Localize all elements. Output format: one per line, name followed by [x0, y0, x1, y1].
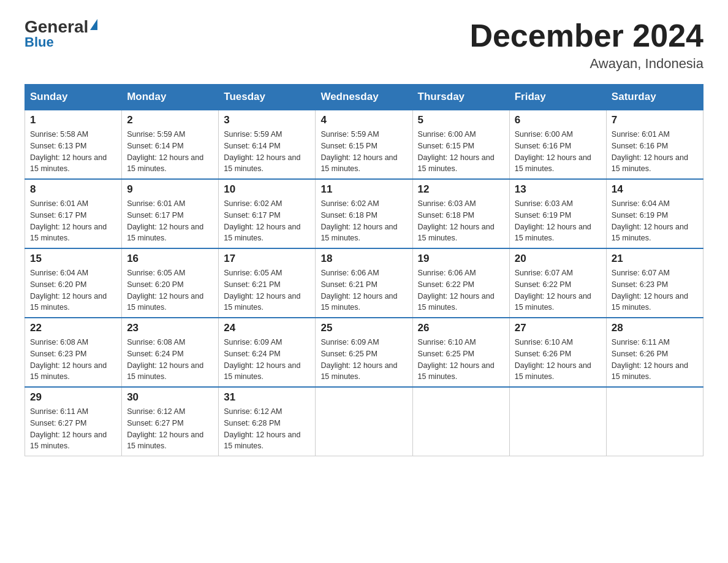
day-number: 31: [224, 391, 310, 404]
day-number: 3: [224, 114, 310, 126]
day-cell: 7Sunrise: 6:01 AMSunset: 6:16 PMDaylight…: [606, 110, 703, 179]
day-info: Sunrise: 6:10 AMSunset: 6:25 PMDaylight:…: [418, 337, 504, 383]
day-number: 11: [320, 183, 407, 196]
day-cell: [509, 387, 606, 456]
week-row-4: 22Sunrise: 6:08 AMSunset: 6:23 PMDayligh…: [25, 318, 703, 387]
day-info: Sunrise: 6:09 AMSunset: 6:25 PMDaylight:…: [320, 337, 407, 383]
day-cell: 6Sunrise: 6:00 AMSunset: 6:16 PMDaylight…: [509, 110, 606, 179]
day-number: 8: [30, 183, 116, 196]
day-info: Sunrise: 5:59 AMSunset: 6:15 PMDaylight:…: [320, 129, 407, 175]
day-number: 7: [612, 114, 698, 126]
day-number: 16: [127, 253, 213, 265]
day-number: 1: [30, 114, 116, 126]
day-cell: 15Sunrise: 6:04 AMSunset: 6:20 PMDayligh…: [25, 248, 122, 318]
day-header-wednesday: Wednesday: [316, 85, 412, 110]
day-info: Sunrise: 6:02 AMSunset: 6:18 PMDaylight:…: [320, 198, 407, 244]
day-cell: 25Sunrise: 6:09 AMSunset: 6:25 PMDayligh…: [316, 318, 412, 387]
logo: General Blue: [25, 18, 97, 50]
week-row-3: 15Sunrise: 6:04 AMSunset: 6:20 PMDayligh…: [25, 248, 703, 318]
day-info: Sunrise: 6:03 AMSunset: 6:19 PMDaylight:…: [515, 198, 601, 244]
logo-blue-text: Blue: [25, 34, 54, 50]
day-number: 23: [127, 322, 213, 334]
title-block: December 2024 Awayan, Indonesia: [469, 18, 703, 72]
day-cell: 26Sunrise: 6:10 AMSunset: 6:25 PMDayligh…: [412, 318, 509, 387]
location-text: Awayan, Indonesia: [469, 56, 703, 72]
day-cell: 2Sunrise: 5:59 AMSunset: 6:14 PMDaylight…: [122, 110, 219, 179]
day-number: 13: [515, 183, 601, 196]
day-cell: 30Sunrise: 6:12 AMSunset: 6:27 PMDayligh…: [122, 387, 219, 456]
day-cell: 28Sunrise: 6:11 AMSunset: 6:26 PMDayligh…: [606, 318, 703, 387]
day-header-monday: Monday: [122, 85, 219, 110]
day-cell: 18Sunrise: 6:06 AMSunset: 6:21 PMDayligh…: [316, 248, 412, 318]
day-info: Sunrise: 6:11 AMSunset: 6:27 PMDaylight:…: [30, 406, 116, 452]
day-number: 19: [418, 253, 504, 265]
day-number: 15: [30, 253, 116, 265]
day-info: Sunrise: 6:09 AMSunset: 6:24 PMDaylight:…: [224, 337, 310, 383]
logo-general-text: General: [25, 18, 88, 36]
day-info: Sunrise: 6:01 AMSunset: 6:16 PMDaylight:…: [612, 129, 698, 175]
day-number: 5: [418, 114, 504, 126]
day-cell: 10Sunrise: 6:02 AMSunset: 6:17 PMDayligh…: [219, 179, 316, 248]
day-number: 24: [224, 322, 310, 334]
day-number: 25: [320, 322, 407, 334]
day-number: 21: [612, 253, 698, 265]
day-info: Sunrise: 6:08 AMSunset: 6:24 PMDaylight:…: [127, 337, 213, 383]
day-cell: 14Sunrise: 6:04 AMSunset: 6:19 PMDayligh…: [606, 179, 703, 248]
day-info: Sunrise: 6:05 AMSunset: 6:21 PMDaylight:…: [224, 267, 310, 313]
day-info: Sunrise: 6:06 AMSunset: 6:21 PMDaylight:…: [320, 267, 407, 313]
day-header-sunday: Sunday: [25, 85, 122, 110]
day-number: 28: [612, 322, 698, 334]
day-cell: 29Sunrise: 6:11 AMSunset: 6:27 PMDayligh…: [25, 387, 122, 456]
day-info: Sunrise: 6:10 AMSunset: 6:26 PMDaylight:…: [515, 337, 601, 383]
day-number: 2: [127, 114, 213, 126]
page-header: General Blue December 2024 Awayan, Indon…: [25, 18, 703, 72]
day-info: Sunrise: 6:08 AMSunset: 6:23 PMDaylight:…: [30, 337, 116, 383]
day-cell: [412, 387, 509, 456]
day-cell: 4Sunrise: 5:59 AMSunset: 6:15 PMDaylight…: [316, 110, 412, 179]
day-cell: 8Sunrise: 6:01 AMSunset: 6:17 PMDaylight…: [25, 179, 122, 248]
day-number: 4: [320, 114, 407, 126]
day-number: 18: [320, 253, 407, 265]
day-number: 17: [224, 253, 310, 265]
day-number: 9: [127, 183, 213, 196]
day-cell: 1Sunrise: 5:58 AMSunset: 6:13 PMDaylight…: [25, 110, 122, 179]
day-cell: [316, 387, 412, 456]
day-info: Sunrise: 6:01 AMSunset: 6:17 PMDaylight:…: [127, 198, 213, 244]
day-info: Sunrise: 6:02 AMSunset: 6:17 PMDaylight:…: [224, 198, 310, 244]
day-info: Sunrise: 6:06 AMSunset: 6:22 PMDaylight:…: [418, 267, 504, 313]
day-number: 22: [30, 322, 116, 334]
day-cell: 31Sunrise: 6:12 AMSunset: 6:28 PMDayligh…: [219, 387, 316, 456]
day-cell: 5Sunrise: 6:00 AMSunset: 6:15 PMDaylight…: [412, 110, 509, 179]
week-row-2: 8Sunrise: 6:01 AMSunset: 6:17 PMDaylight…: [25, 179, 703, 248]
day-cell: [606, 387, 703, 456]
day-cell: 12Sunrise: 6:03 AMSunset: 6:18 PMDayligh…: [412, 179, 509, 248]
day-header-tuesday: Tuesday: [219, 85, 316, 110]
day-number: 30: [127, 391, 213, 404]
day-cell: 27Sunrise: 6:10 AMSunset: 6:26 PMDayligh…: [509, 318, 606, 387]
day-number: 12: [418, 183, 504, 196]
day-header-row: SundayMondayTuesdayWednesdayThursdayFrid…: [25, 85, 703, 110]
day-info: Sunrise: 6:04 AMSunset: 6:20 PMDaylight:…: [30, 267, 116, 313]
day-cell: 3Sunrise: 5:59 AMSunset: 6:14 PMDaylight…: [219, 110, 316, 179]
day-cell: 21Sunrise: 6:07 AMSunset: 6:23 PMDayligh…: [606, 248, 703, 318]
day-header-friday: Friday: [509, 85, 606, 110]
day-number: 14: [612, 183, 698, 196]
day-info: Sunrise: 5:59 AMSunset: 6:14 PMDaylight:…: [224, 129, 310, 175]
day-cell: 16Sunrise: 6:05 AMSunset: 6:20 PMDayligh…: [122, 248, 219, 318]
day-info: Sunrise: 6:00 AMSunset: 6:15 PMDaylight:…: [418, 129, 504, 175]
day-info: Sunrise: 6:03 AMSunset: 6:18 PMDaylight:…: [418, 198, 504, 244]
week-row-1: 1Sunrise: 5:58 AMSunset: 6:13 PMDaylight…: [25, 110, 703, 179]
day-info: Sunrise: 6:05 AMSunset: 6:20 PMDaylight:…: [127, 267, 213, 313]
day-info: Sunrise: 6:04 AMSunset: 6:19 PMDaylight:…: [612, 198, 698, 244]
day-number: 10: [224, 183, 310, 196]
day-info: Sunrise: 5:59 AMSunset: 6:14 PMDaylight:…: [127, 129, 213, 175]
week-row-5: 29Sunrise: 6:11 AMSunset: 6:27 PMDayligh…: [25, 387, 703, 456]
day-info: Sunrise: 5:58 AMSunset: 6:13 PMDaylight:…: [30, 129, 116, 175]
day-header-saturday: Saturday: [606, 85, 703, 110]
day-cell: 20Sunrise: 6:07 AMSunset: 6:22 PMDayligh…: [509, 248, 606, 318]
day-number: 27: [515, 322, 601, 334]
day-cell: 22Sunrise: 6:08 AMSunset: 6:23 PMDayligh…: [25, 318, 122, 387]
day-number: 20: [515, 253, 601, 265]
day-info: Sunrise: 6:01 AMSunset: 6:17 PMDaylight:…: [30, 198, 116, 244]
day-cell: 11Sunrise: 6:02 AMSunset: 6:18 PMDayligh…: [316, 179, 412, 248]
